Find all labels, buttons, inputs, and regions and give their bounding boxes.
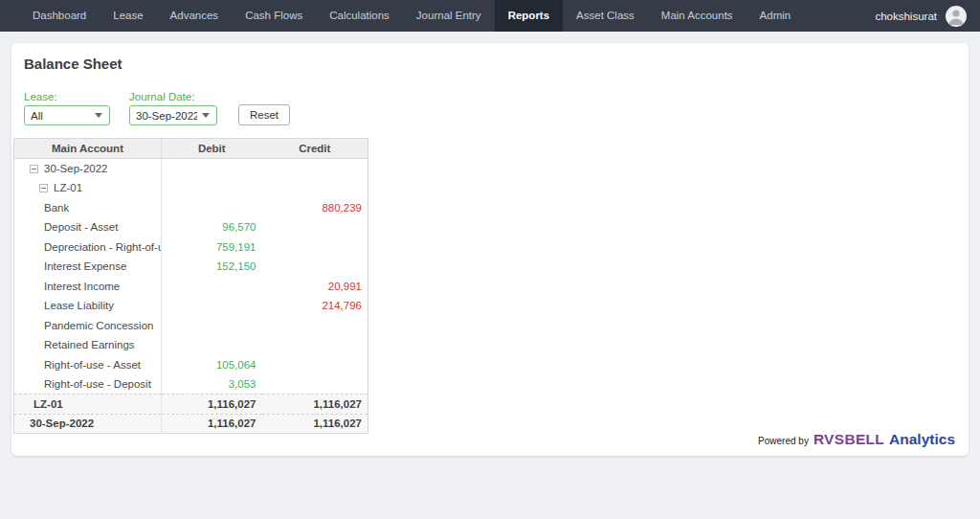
collapse-icon[interactable] bbox=[30, 165, 38, 173]
filters-bar: Lease: All Journal Date: 30-Sep-2022 Res… bbox=[24, 91, 969, 125]
journal-date-select-wrap: 30-Sep-2022 bbox=[129, 105, 217, 125]
nav-item-lease[interactable]: Lease bbox=[100, 0, 156, 32]
credit-cell: 880,239 bbox=[262, 198, 368, 218]
debit-cell bbox=[162, 159, 262, 179]
credit-cell bbox=[262, 217, 368, 237]
nav-item-journal-entry[interactable]: Journal Entry bbox=[403, 0, 495, 32]
top-navbar: DashboardLeaseAdvancesCash FlowsCalculat… bbox=[0, 0, 980, 32]
column-header-main-account: Main Account bbox=[14, 139, 162, 159]
nav-item-main-accounts[interactable]: Main Accounts bbox=[648, 0, 746, 32]
debit-cell bbox=[162, 296, 262, 316]
account-label: Deposit - Asset bbox=[44, 221, 118, 233]
account-label: Right-of-use - Deposit bbox=[44, 378, 151, 390]
debit-cell: 759,191 bbox=[162, 237, 262, 258]
table-row: 30-Sep-20221,116,0271,116,027 bbox=[14, 414, 368, 434]
table-row: Retained Earnings bbox=[14, 335, 368, 355]
table-row: Interest Income20,991 bbox=[14, 277, 368, 297]
account-label: Depreciation - Right-of-use bbox=[44, 241, 162, 253]
account-cell: Lease Liability bbox=[14, 296, 162, 316]
credit-cell bbox=[262, 316, 368, 336]
debit-cell bbox=[162, 316, 262, 336]
journal-date-select[interactable]: 30-Sep-2022 bbox=[129, 105, 217, 125]
account-cell: 30-Sep-2022 bbox=[14, 159, 162, 179]
account-label: Pandemic Concession bbox=[44, 320, 153, 331]
credit-cell bbox=[262, 257, 368, 277]
account-cell: Deposit - Asset bbox=[14, 217, 162, 237]
table-row: LZ-011,116,0271,116,027 bbox=[14, 395, 368, 415]
account-cell: Pandemic Concession bbox=[14, 316, 162, 336]
table-row: Deposit - Asset96,570 bbox=[14, 217, 368, 237]
collapse-icon[interactable] bbox=[39, 184, 48, 192]
table-row: Pandemic Concession bbox=[14, 316, 368, 336]
account-label: LZ-01 bbox=[33, 398, 63, 410]
debit-cell: 1,116,027 bbox=[162, 395, 262, 415]
table-row: Right-of-use - Deposit3,053 bbox=[14, 374, 368, 395]
table-row: LZ-01 bbox=[14, 178, 368, 198]
column-header-debit: Debit bbox=[162, 139, 262, 159]
credit-cell bbox=[262, 374, 368, 395]
account-cell: LZ-01 bbox=[14, 395, 162, 415]
nav-item-advances[interactable]: Advances bbox=[157, 0, 233, 32]
powered-by-text: Powered by bbox=[758, 436, 809, 446]
user-name: chokshisurat bbox=[875, 11, 937, 22]
table-header-row: Main Account Debit Credit bbox=[14, 139, 368, 159]
account-label: 30-Sep-2022 bbox=[30, 417, 94, 429]
account-label: Lease Liability bbox=[44, 300, 114, 311]
credit-cell bbox=[262, 335, 368, 355]
journal-date-filter-label: Journal Date: bbox=[129, 91, 217, 102]
table-row: Depreciation - Right-of-use759,191 bbox=[14, 237, 368, 258]
lease-filter-label: Lease: bbox=[24, 91, 110, 102]
account-label: Bank bbox=[44, 202, 69, 214]
brand-name: RVSBELL bbox=[813, 431, 884, 448]
debit-cell bbox=[162, 178, 262, 198]
debit-cell: 152,150 bbox=[162, 257, 262, 277]
balance-sheet-card: Balance Sheet Lease: All Journal Date: 3… bbox=[11, 43, 969, 456]
nav-item-admin[interactable]: Admin bbox=[746, 0, 805, 32]
account-label: Retained Earnings bbox=[44, 339, 135, 350]
account-label: Interest Income bbox=[44, 281, 120, 292]
debit-cell: 96,570 bbox=[162, 217, 262, 237]
nav-item-reports[interactable]: Reports bbox=[495, 0, 563, 32]
table-row: 30-Sep-2022 bbox=[14, 159, 368, 179]
account-cell: Right-of-use - Deposit bbox=[14, 374, 162, 395]
account-cell: Bank bbox=[14, 198, 162, 218]
credit-cell bbox=[262, 237, 368, 258]
user-menu[interactable]: chokshisurat bbox=[875, 0, 980, 32]
account-cell: Right-of-use - Asset bbox=[14, 355, 162, 375]
lease-select[interactable]: All bbox=[24, 105, 110, 125]
powered-by-footer: Powered by RVSBELL Analytics bbox=[758, 431, 955, 448]
table-row: Bank880,239 bbox=[14, 198, 368, 218]
account-cell: LZ-01 bbox=[14, 178, 162, 198]
account-label: Interest Expense bbox=[44, 260, 126, 272]
account-label: Right-of-use - Asset bbox=[44, 359, 141, 371]
nav-item-cash-flows[interactable]: Cash Flows bbox=[232, 0, 316, 32]
nav-item-calculations[interactable]: Calculations bbox=[316, 0, 403, 32]
account-cell: Retained Earnings bbox=[14, 335, 162, 355]
credit-cell: 20,991 bbox=[262, 277, 368, 297]
account-cell: Interest Income bbox=[14, 277, 162, 297]
debit-cell: 3,053 bbox=[162, 374, 262, 395]
credit-cell bbox=[262, 355, 368, 375]
table-row: Lease Liability214,796 bbox=[14, 296, 368, 316]
lease-select-wrap: All bbox=[24, 105, 110, 125]
credit-cell bbox=[262, 159, 368, 179]
credit-cell bbox=[262, 178, 368, 198]
account-label: 30-Sep-2022 bbox=[44, 163, 108, 174]
reset-button[interactable]: Reset bbox=[238, 104, 290, 125]
brand-suffix: Analytics bbox=[889, 431, 955, 448]
account-label: LZ-01 bbox=[54, 182, 82, 193]
debit-cell bbox=[162, 335, 262, 355]
debit-cell bbox=[162, 198, 262, 218]
debit-cell bbox=[162, 277, 262, 297]
account-cell: Depreciation - Right-of-use bbox=[14, 237, 162, 258]
credit-cell: 214,796 bbox=[262, 296, 368, 316]
nav-item-asset-class[interactable]: Asset Class bbox=[563, 0, 648, 32]
table-row: Interest Expense152,150 bbox=[14, 257, 368, 277]
account-cell: Interest Expense bbox=[14, 257, 162, 277]
account-cell: 30-Sep-2022 bbox=[14, 414, 162, 434]
balance-sheet-table: Main Account Debit Credit 30-Sep-2022LZ-… bbox=[13, 138, 368, 434]
person-icon[interactable] bbox=[946, 6, 967, 27]
table-row: Right-of-use - Asset105,064 bbox=[14, 355, 368, 375]
page-title: Balance Sheet bbox=[11, 43, 969, 72]
nav-item-dashboard[interactable]: Dashboard bbox=[19, 0, 100, 32]
